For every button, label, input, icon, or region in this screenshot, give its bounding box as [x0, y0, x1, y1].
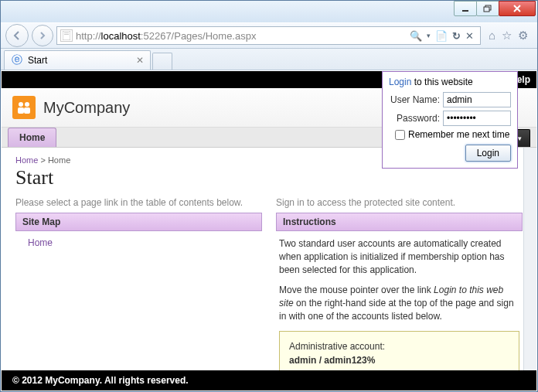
- breadcrumb-current: Home: [48, 155, 70, 165]
- remember-label: Remember me next time: [408, 129, 509, 140]
- password-label: Password:: [389, 113, 440, 124]
- instructions-p1: Two standard user accounts are automatic…: [279, 237, 519, 276]
- close-icon: [512, 5, 522, 12]
- svg-point-7: [25, 102, 29, 107]
- right-column: Sign in to access the protected site con…: [276, 197, 523, 390]
- restore-icon: [483, 5, 492, 12]
- address-bar[interactable]: http://localhost:52267/Pages/Home.aspx 🔍…: [56, 26, 481, 45]
- breadcrumb-home-link[interactable]: Home: [15, 155, 38, 165]
- page-viewport: Help MyCompany Home ns ▾: [2, 71, 536, 390]
- search-icon[interactable]: 🔍: [410, 30, 422, 42]
- login-popup: Login to this website User Name: Passwor…: [382, 71, 518, 169]
- password-input[interactable]: [443, 111, 511, 126]
- svg-rect-8: [18, 107, 24, 114]
- login-link[interactable]: Login: [389, 77, 411, 87]
- username-label: User Name:: [389, 94, 440, 105]
- content-area: Home > Home Start Please select a page l…: [2, 148, 536, 390]
- svg-rect-5: [64, 34, 69, 35]
- page-icon: [60, 29, 73, 42]
- right-hint: Sign in to access the protected site con…: [276, 197, 523, 208]
- tab-title: Start: [28, 55, 131, 66]
- instructions-p2: Move the mouse pointer over the link Log…: [279, 284, 519, 322]
- svg-rect-9: [24, 107, 30, 114]
- login-popup-header: Login to this website: [389, 77, 511, 87]
- favicon-ie-icon: ⓔ: [11, 54, 23, 66]
- username-input[interactable]: [443, 92, 511, 107]
- sitemap-link-home[interactable]: Home: [19, 237, 53, 248]
- minimize-icon: [461, 5, 469, 12]
- svg-rect-2: [484, 7, 489, 12]
- company-name: MyCompany: [43, 99, 130, 117]
- left-hint: Please select a page link in the table o…: [15, 197, 262, 208]
- login-button[interactable]: Login: [465, 145, 511, 162]
- new-tab-button[interactable]: [152, 53, 172, 70]
- compat-icon[interactable]: 📄: [435, 30, 448, 42]
- svg-rect-0: [462, 10, 468, 12]
- page-title: Start: [15, 166, 523, 189]
- settings-icon[interactable]: ⚙: [518, 29, 528, 43]
- footer-text: © 2012 MyCompany. All rights reserved.: [12, 375, 189, 386]
- admin-account-label: Administrative account:: [289, 339, 509, 353]
- nav-tab-home[interactable]: Home: [8, 128, 56, 147]
- stop-icon[interactable]: ✕: [465, 30, 474, 42]
- browser-tab[interactable]: ⓔ Start ✕: [4, 50, 151, 70]
- people-icon: [16, 101, 32, 114]
- sitemap-header: Site Map: [15, 213, 262, 231]
- nav-back-button[interactable]: [5, 24, 29, 47]
- favorites-icon[interactable]: ☆: [502, 29, 512, 43]
- window-titlebar: [1, 1, 537, 22]
- svg-rect-3: [63, 31, 70, 40]
- chevron-down-icon: ▾: [518, 135, 522, 142]
- tab-strip: ⓔ Start ✕: [1, 49, 537, 70]
- home-icon[interactable]: ⌂: [489, 29, 495, 43]
- left-column: Please select a page link in the table o…: [15, 197, 262, 390]
- tab-close-icon[interactable]: ✕: [136, 55, 144, 66]
- browser-window: http://localhost:52267/Pages/Home.aspx 🔍…: [0, 0, 538, 392]
- svg-rect-4: [64, 32, 69, 33]
- url-text: http://localhost:52267/Pages/Home.aspx: [76, 30, 404, 42]
- instructions-header: Instructions: [276, 213, 523, 231]
- admin-account-value: admin / admin123%: [289, 355, 375, 366]
- window-close-button[interactable]: [499, 1, 536, 16]
- company-logo: [12, 96, 36, 119]
- svg-point-6: [19, 102, 23, 107]
- page-footer: © 2012 MyCompany. All rights reserved.: [2, 370, 536, 390]
- browser-toolbar: http://localhost:52267/Pages/Home.aspx 🔍…: [1, 22, 537, 49]
- window-minimize-button[interactable]: [454, 1, 477, 16]
- arrow-right-icon: [38, 31, 47, 40]
- remember-checkbox[interactable]: [395, 130, 405, 140]
- arrow-left-icon: [12, 30, 22, 41]
- nav-forward-button[interactable]: [32, 25, 53, 46]
- refresh-icon[interactable]: ↻: [452, 30, 461, 42]
- dropdown-icon[interactable]: ▾: [427, 32, 431, 39]
- window-restore-button[interactable]: [476, 1, 499, 16]
